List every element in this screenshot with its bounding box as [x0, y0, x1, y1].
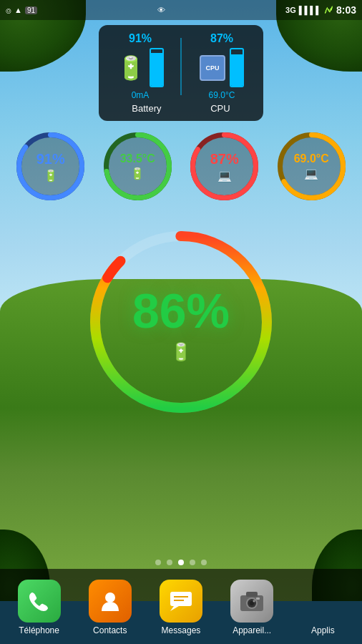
apps-label: Applis	[311, 625, 335, 635]
messages-icon	[160, 580, 202, 623]
battery-bar-fill	[151, 53, 162, 86]
gauge2-inner: 33.5°C 🔋	[120, 152, 155, 180]
battery-percent: 91%	[129, 32, 152, 45]
svg-rect-22	[256, 597, 260, 600]
battery-section: 91% 🔋 0mA	[107, 32, 173, 100]
battery-bar	[150, 48, 164, 87]
cpu-bar-fill	[231, 54, 243, 86]
status-right-icons: 3G ▌▌▌▌ 🗲 8:03	[285, 4, 356, 16]
dock-item-phone[interactable]: Téléphone	[7, 580, 72, 635]
camera-label: Appareil...	[233, 625, 271, 635]
clock: 8:03	[336, 4, 356, 16]
dock: Téléphone Contacts Messages	[0, 569, 362, 644]
gauge1-icon: 🔋	[44, 169, 58, 182]
gauge3-value: 87%	[210, 151, 239, 167]
big-gauge-battery-icon: 🔋	[170, 342, 192, 362]
page-dot-3[interactable]	[178, 560, 184, 565]
gauge3-icon: 💻	[217, 169, 232, 182]
page-dot-4[interactable]	[190, 560, 195, 565]
signal-bars-icon: ▌▌▌▌	[299, 6, 321, 14]
gauge4-value: 69.0°C	[294, 152, 329, 165]
cpu-label: CPU	[210, 103, 230, 114]
wifi-icon: ▲	[14, 6, 22, 14]
big-gauge-value: 86%	[132, 283, 230, 338]
battery-charging-icon: 🗲	[324, 5, 333, 16]
cpu-section: 87% CPU 69.0°C	[189, 32, 255, 100]
top-battery-cpu-widget: 91% 🔋 0mA 87% CPU 69.0°C Battery CPU	[99, 25, 263, 121]
widget-divider	[180, 38, 182, 95]
svg-point-11	[105, 592, 115, 602]
svg-rect-17	[246, 592, 258, 597]
status-left-icons: ⌾ ▲ 91	[6, 5, 37, 16]
dock-item-messages[interactable]: Messages	[149, 580, 213, 635]
page-dots	[155, 560, 207, 565]
cpu-bar	[230, 48, 244, 87]
dock-item-camera[interactable]: Appareil...	[220, 580, 284, 635]
contacts-icon	[89, 580, 132, 623]
gauge-temp-green: 33.5°C 🔋	[100, 129, 175, 204]
gauge3-inner: 87% 💻	[210, 151, 239, 182]
3g-icon: 3G	[285, 6, 296, 14]
status-bar: ⌾ ▲ 91 👁 3G ▌▌▌▌ 🗲 8:03	[0, 0, 362, 20]
gauges-row: 91% 🔋 33.5°C 🔋 87% 💻 69.0°C	[7, 129, 355, 204]
cpu-percent: 87%	[210, 32, 233, 45]
gauge4-inner: 69.0°C 💻	[294, 152, 329, 180]
apps-icon	[301, 580, 344, 623]
gauge-battery-percent: 91% 🔋	[13, 129, 88, 204]
gauge-cpu-percent: 87% 💻	[187, 129, 262, 204]
signal-badge: 91	[25, 6, 37, 14]
big-gauge-center: 86% 🔋	[81, 222, 281, 422]
phone-icon	[18, 580, 61, 623]
widget-row: 91% 🔋 0mA 87% CPU 69.0°C	[107, 32, 255, 100]
page-dot-5[interactable]	[201, 560, 207, 565]
svg-rect-12	[170, 592, 192, 606]
dock-item-apps[interactable]: Applis	[290, 580, 355, 635]
phone-label: Téléphone	[19, 625, 59, 635]
gauge1-value: 91%	[36, 151, 65, 167]
status-center: 👁	[157, 6, 165, 14]
svg-point-21	[253, 600, 255, 602]
battery-label: Battery	[132, 103, 161, 114]
camera-icon	[230, 580, 273, 623]
gauge1-inner: 91% 🔋	[36, 151, 65, 182]
widget-labels: Battery CPU	[107, 103, 255, 114]
gauge2-icon: 🔋	[130, 167, 145, 180]
gauge-cpu-temp: 69.0°C 💻	[274, 129, 349, 204]
contacts-label: Contacts	[93, 625, 127, 635]
svg-marker-13	[170, 606, 179, 611]
cpu-widget-icon: CPU	[200, 55, 225, 81]
big-gauge: 86% 🔋	[81, 222, 281, 422]
cpu-temp: 69.0°C	[209, 90, 235, 100]
battery-widget-icon: 🔋	[117, 54, 145, 82]
antenna-icon: ⌾	[6, 5, 11, 16]
battery-ma: 0mA	[132, 90, 150, 100]
gauge2-value: 33.5°C	[120, 152, 155, 165]
dock-item-contacts[interactable]: Contacts	[78, 580, 142, 635]
page-dot-1[interactable]	[155, 560, 161, 565]
messages-label: Messages	[162, 625, 201, 635]
gauge4-icon: 💻	[304, 167, 318, 180]
page-dot-2[interactable]	[167, 560, 172, 565]
